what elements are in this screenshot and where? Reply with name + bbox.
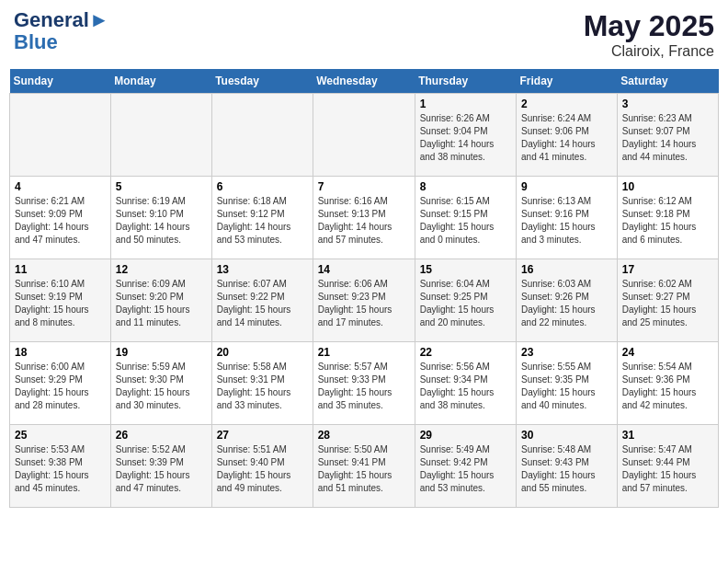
day-info: Sunrise: 5:58 AM Sunset: 9:31 PM Dayligh… <box>217 361 308 412</box>
day-number: 2 <box>521 98 612 110</box>
day-cell: 3Sunrise: 6:23 AM Sunset: 9:07 PM Daylig… <box>617 94 718 177</box>
day-number: 31 <box>622 429 713 442</box>
calendar-table: SundayMondayTuesdayWednesdayThursdayFrid… <box>9 69 719 508</box>
day-cell <box>313 94 415 177</box>
day-cell: 5Sunrise: 6:19 AM Sunset: 9:10 PM Daylig… <box>110 177 211 259</box>
weekday-header-saturday: Saturday <box>617 69 718 94</box>
day-number: 22 <box>420 346 511 359</box>
day-info: Sunrise: 6:04 AM Sunset: 9:25 PM Dayligh… <box>420 278 511 329</box>
day-cell: 23Sunrise: 5:55 AM Sunset: 9:35 PM Dayli… <box>517 342 618 425</box>
day-info: Sunrise: 6:10 AM Sunset: 9:19 PM Dayligh… <box>15 278 106 329</box>
week-row-4: 18Sunrise: 6:00 AM Sunset: 9:29 PM Dayli… <box>10 342 719 425</box>
day-cell: 8Sunrise: 6:15 AM Sunset: 9:15 PM Daylig… <box>415 177 516 259</box>
day-cell: 30Sunrise: 5:48 AM Sunset: 9:43 PM Dayli… <box>517 425 618 508</box>
day-info: Sunrise: 6:24 AM Sunset: 9:06 PM Dayligh… <box>521 112 612 164</box>
day-number: 10 <box>622 180 713 193</box>
day-info: Sunrise: 6:13 AM Sunset: 9:16 PM Dayligh… <box>521 195 612 247</box>
day-info: Sunrise: 6:15 AM Sunset: 9:15 PM Dayligh… <box>420 195 511 247</box>
day-cell: 13Sunrise: 6:07 AM Sunset: 9:22 PM Dayli… <box>211 259 313 342</box>
day-cell: 12Sunrise: 6:09 AM Sunset: 9:20 PM Dayli… <box>110 259 211 342</box>
day-number: 16 <box>521 263 612 276</box>
day-number: 8 <box>420 180 511 193</box>
day-cell <box>211 94 313 177</box>
day-cell: 4Sunrise: 6:21 AM Sunset: 9:09 PM Daylig… <box>10 177 111 259</box>
day-info: Sunrise: 6:02 AM Sunset: 9:27 PM Dayligh… <box>622 278 713 329</box>
day-number: 15 <box>420 263 511 276</box>
day-info: Sunrise: 5:51 AM Sunset: 9:40 PM Dayligh… <box>217 443 308 495</box>
day-cell: 18Sunrise: 6:00 AM Sunset: 9:29 PM Dayli… <box>10 342 111 425</box>
weekday-header-sunday: Sunday <box>10 69 111 94</box>
day-info: Sunrise: 6:21 AM Sunset: 9:09 PM Dayligh… <box>15 195 106 247</box>
day-cell: 29Sunrise: 5:49 AM Sunset: 9:42 PM Dayli… <box>415 425 516 508</box>
day-cell: 31Sunrise: 5:47 AM Sunset: 9:44 PM Dayli… <box>617 425 718 508</box>
logo: General► Blue <box>14 9 109 53</box>
day-info: Sunrise: 6:18 AM Sunset: 9:12 PM Dayligh… <box>217 195 308 247</box>
week-row-1: 1Sunrise: 6:26 AM Sunset: 9:04 PM Daylig… <box>10 94 719 177</box>
day-cell: 7Sunrise: 6:16 AM Sunset: 9:13 PM Daylig… <box>313 177 415 259</box>
day-number: 18 <box>15 346 106 359</box>
weekday-header-tuesday: Tuesday <box>211 69 313 94</box>
day-info: Sunrise: 5:52 AM Sunset: 9:39 PM Dayligh… <box>116 443 207 495</box>
day-cell: 6Sunrise: 6:18 AM Sunset: 9:12 PM Daylig… <box>211 177 313 259</box>
day-info: Sunrise: 6:12 AM Sunset: 9:18 PM Dayligh… <box>622 195 713 247</box>
day-number: 5 <box>116 180 207 193</box>
day-info: Sunrise: 5:54 AM Sunset: 9:36 PM Dayligh… <box>622 361 713 412</box>
logo-text-blue: Blue <box>14 31 109 53</box>
day-cell: 27Sunrise: 5:51 AM Sunset: 9:40 PM Dayli… <box>211 425 313 508</box>
day-cell: 10Sunrise: 6:12 AM Sunset: 9:18 PM Dayli… <box>617 177 718 259</box>
day-cell: 17Sunrise: 6:02 AM Sunset: 9:27 PM Dayli… <box>617 259 718 342</box>
weekday-header-friday: Friday <box>517 69 618 94</box>
day-number: 17 <box>622 263 713 276</box>
day-number: 23 <box>521 346 612 359</box>
day-number: 28 <box>318 429 410 442</box>
day-number: 1 <box>420 98 511 110</box>
day-cell: 28Sunrise: 5:50 AM Sunset: 9:41 PM Dayli… <box>313 425 415 508</box>
day-info: Sunrise: 6:06 AM Sunset: 9:23 PM Dayligh… <box>318 278 410 329</box>
day-info: Sunrise: 6:19 AM Sunset: 9:10 PM Dayligh… <box>116 195 207 247</box>
week-row-2: 4Sunrise: 6:21 AM Sunset: 9:09 PM Daylig… <box>10 177 719 259</box>
day-cell: 15Sunrise: 6:04 AM Sunset: 9:25 PM Dayli… <box>415 259 516 342</box>
day-info: Sunrise: 6:03 AM Sunset: 9:26 PM Dayligh… <box>521 278 612 329</box>
day-cell: 16Sunrise: 6:03 AM Sunset: 9:26 PM Dayli… <box>517 259 618 342</box>
day-info: Sunrise: 5:56 AM Sunset: 9:34 PM Dayligh… <box>420 361 511 412</box>
day-info: Sunrise: 6:00 AM Sunset: 9:29 PM Dayligh… <box>15 361 106 412</box>
day-info: Sunrise: 5:55 AM Sunset: 9:35 PM Dayligh… <box>521 361 612 412</box>
day-cell: 20Sunrise: 5:58 AM Sunset: 9:31 PM Dayli… <box>211 342 313 425</box>
week-row-3: 11Sunrise: 6:10 AM Sunset: 9:19 PM Dayli… <box>10 259 719 342</box>
day-cell <box>10 94 111 177</box>
day-info: Sunrise: 5:57 AM Sunset: 9:33 PM Dayligh… <box>318 361 410 412</box>
day-number: 24 <box>622 346 713 359</box>
day-cell: 25Sunrise: 5:53 AM Sunset: 9:38 PM Dayli… <box>10 425 111 508</box>
day-number: 27 <box>217 429 308 442</box>
day-info: Sunrise: 6:09 AM Sunset: 9:20 PM Dayligh… <box>116 278 207 329</box>
day-info: Sunrise: 5:49 AM Sunset: 9:42 PM Dayligh… <box>420 443 511 495</box>
day-cell: 14Sunrise: 6:06 AM Sunset: 9:23 PM Dayli… <box>313 259 415 342</box>
day-number: 26 <box>116 429 207 442</box>
day-info: Sunrise: 5:59 AM Sunset: 9:30 PM Dayligh… <box>116 361 207 412</box>
weekday-header-wednesday: Wednesday <box>313 69 415 94</box>
day-number: 20 <box>217 346 308 359</box>
day-number: 6 <box>217 180 308 193</box>
page-header: General► Blue May 2025 Clairoix, France <box>9 9 719 60</box>
logo-icon: ► <box>89 8 109 31</box>
day-info: Sunrise: 5:53 AM Sunset: 9:38 PM Dayligh… <box>15 443 106 495</box>
main-title: May 2025 <box>584 9 714 43</box>
day-info: Sunrise: 5:50 AM Sunset: 9:41 PM Dayligh… <box>318 443 410 495</box>
day-cell: 21Sunrise: 5:57 AM Sunset: 9:33 PM Dayli… <box>313 342 415 425</box>
day-info: Sunrise: 5:48 AM Sunset: 9:43 PM Dayligh… <box>521 443 612 495</box>
day-cell: 1Sunrise: 6:26 AM Sunset: 9:04 PM Daylig… <box>415 94 516 177</box>
day-cell <box>110 94 211 177</box>
weekday-header-monday: Monday <box>110 69 211 94</box>
day-cell: 19Sunrise: 5:59 AM Sunset: 9:30 PM Dayli… <box>110 342 211 425</box>
day-number: 14 <box>318 263 410 276</box>
day-number: 11 <box>15 263 106 276</box>
day-number: 19 <box>116 346 207 359</box>
day-info: Sunrise: 6:26 AM Sunset: 9:04 PM Dayligh… <box>420 112 511 164</box>
day-info: Sunrise: 6:23 AM Sunset: 9:07 PM Dayligh… <box>622 112 713 164</box>
day-number: 3 <box>622 98 713 110</box>
day-number: 29 <box>420 429 511 442</box>
logo-text-general: General <box>14 8 89 31</box>
day-info: Sunrise: 6:16 AM Sunset: 9:13 PM Dayligh… <box>318 195 410 247</box>
day-number: 4 <box>15 180 106 193</box>
day-number: 9 <box>521 180 612 193</box>
